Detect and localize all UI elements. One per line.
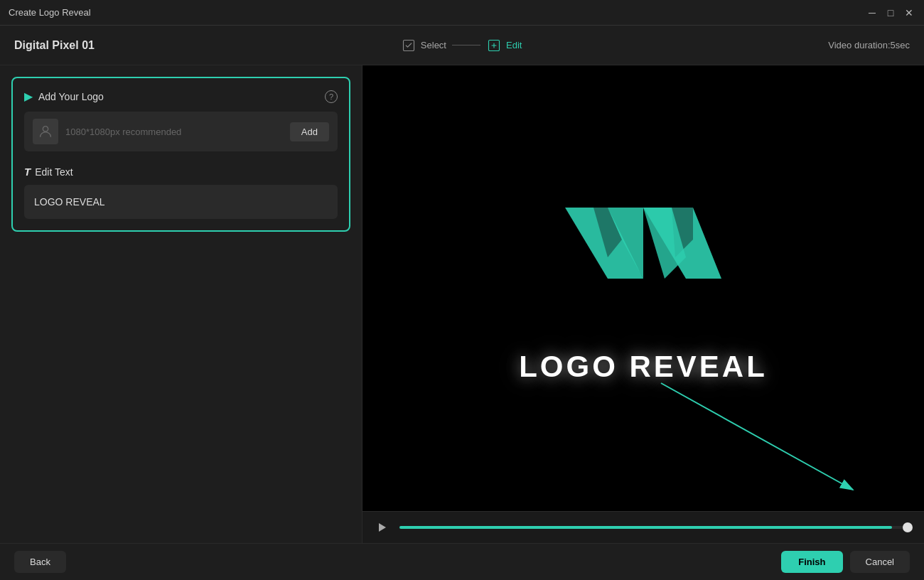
cancel-button[interactable]: Cancel [850, 551, 910, 573]
preview-area: LOGO REVEAL [362, 65, 924, 511]
title-bar-controls: ─ □ ✕ [866, 6, 915, 19]
progress-bar[interactable] [399, 526, 913, 529]
add-logo-label: Add Your Logo [38, 91, 104, 102]
right-panel: LOGO REVEAL [362, 65, 924, 543]
select-step-icon [401, 38, 417, 53]
close-button[interactable]: ✕ [903, 6, 915, 19]
bottom-bar: Back Finish Cancel [0, 543, 924, 580]
edit-text-title: Edit Text [35, 166, 72, 178]
info-icon[interactable]: ? [325, 90, 338, 103]
text-edit-icon: T [24, 166, 31, 178]
logo-svg [551, 193, 736, 335]
maximize-button[interactable]: □ [884, 6, 897, 19]
logo-section: ▶ Add Your Logo ? 1080*1080px recommende… [11, 77, 350, 232]
preview-logo-text: LOGO REVEAL [519, 350, 768, 384]
step-bar: Select Edit [401, 38, 522, 53]
title-bar: Create Logo Reveal ─ □ ✕ [0, 0, 924, 26]
step-connector [452, 45, 480, 45]
logo-text-input[interactable] [24, 185, 338, 219]
template-name: Digital Pixel 01 [14, 39, 95, 52]
edit-step-icon [486, 38, 502, 53]
bottom-right-buttons: Finish Cancel [781, 551, 910, 573]
logo-placeholder-icon [33, 119, 58, 144]
header: Digital Pixel 01 Select Edit Video du [0, 26, 924, 65]
play-button[interactable] [374, 519, 391, 536]
edit-text-section: T Edit Text [24, 166, 338, 219]
preview-logo: LOGO REVEAL [519, 193, 768, 384]
back-button[interactable]: Back [14, 551, 66, 573]
app-title: Create Logo Reveal [9, 7, 91, 18]
main-content: ▶ Add Your Logo ? 1080*1080px recommende… [0, 65, 924, 543]
add-logo-header: ▶ Add Your Logo ? [24, 90, 338, 103]
title-bar-left: Create Logo Reveal [9, 7, 91, 18]
left-panel: ▶ Add Your Logo ? 1080*1080px recommende… [0, 65, 362, 543]
finish-button[interactable]: Finish [781, 551, 842, 573]
step-edit[interactable]: Edit [486, 38, 522, 53]
duration-label: Video duration:5sec [828, 40, 910, 50]
add-logo-title: ▶ Add Your Logo [24, 90, 104, 103]
add-logo-button[interactable]: Add [290, 122, 329, 141]
edit-text-label: T Edit Text [24, 166, 338, 178]
playback-bar [362, 511, 924, 543]
svg-marker-9 [379, 523, 386, 532]
progress-fill [399, 526, 892, 529]
minimize-button[interactable]: ─ [866, 6, 879, 19]
select-step-label: Select [421, 40, 446, 50]
logo-placeholder-text: 1080*1080px recommended [65, 127, 283, 137]
logo-section-icon: ▶ [24, 90, 33, 103]
svg-point-2 [43, 127, 48, 131]
progress-thumb[interactable] [903, 522, 913, 532]
edit-step-label: Edit [506, 40, 522, 50]
step-select[interactable]: Select [401, 38, 446, 53]
logo-upload-area: 1080*1080px recommended Add [24, 112, 338, 151]
